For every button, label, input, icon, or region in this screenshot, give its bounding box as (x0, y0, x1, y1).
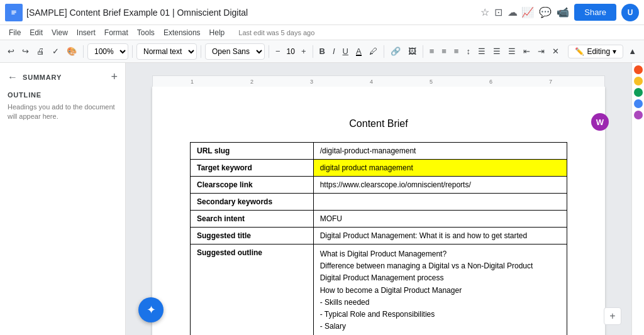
chart-icon[interactable]: 📈 (521, 6, 534, 18)
panel-dot-2[interactable] (634, 77, 643, 85)
numbered-list-button[interactable]: ☰ (506, 45, 518, 57)
table-row: URL slug/digital-product-management (191, 143, 567, 160)
row-label-5: Suggested title (191, 228, 314, 244)
spellcheck-button[interactable]: ✓ (50, 45, 62, 57)
align-right-button[interactable]: ≡ (452, 45, 462, 57)
floating-action-button[interactable]: ✦ (138, 297, 164, 322)
link-button[interactable]: 🔗 (388, 45, 403, 57)
row-label-1: Target keyword (191, 160, 314, 177)
svg-rect-1 (11, 11, 16, 11)
panel-dot-1[interactable] (634, 65, 643, 74)
separator-3 (201, 45, 201, 58)
top-right-actions: 📈 💬 📹 Share U (521, 4, 639, 21)
folder-icon[interactable]: ⊡ (494, 6, 502, 18)
back-button[interactable]: ← (8, 72, 18, 83)
ruler-mark-7: 7 (549, 79, 552, 85)
table-body: URL slug/digital-product-managementTarge… (191, 143, 567, 336)
separator-7 (423, 45, 423, 58)
paintformat-button[interactable]: 🎨 (64, 45, 79, 57)
separator-2 (132, 45, 133, 58)
document-page: Content Brief W URL slug/digital-product… (152, 87, 605, 335)
row-label-4: Search intent (191, 211, 314, 228)
menu-tools[interactable]: Tools (133, 27, 158, 38)
svg-rect-3 (11, 13, 14, 14)
separator-4 (269, 45, 269, 58)
font-select[interactable]: Open Sans (205, 43, 265, 60)
separator-5 (313, 45, 313, 58)
checklist-button[interactable]: ☰ (475, 45, 488, 57)
cloud-icon[interactable]: ☁ (508, 6, 518, 18)
outline-label: OUTLINE (8, 91, 118, 99)
table-row: Suggested outlineWhat is Digital Product… (191, 244, 567, 336)
menu-file[interactable]: File (5, 27, 25, 38)
pencil-icon: ✏️ (575, 47, 584, 56)
menu-insert[interactable]: Insert (73, 27, 99, 38)
align-center-button[interactable]: ≡ (439, 45, 449, 57)
menu-format[interactable]: Format (101, 27, 132, 38)
table-row: Clearscope linkhttps://www.clearscope.io… (191, 177, 567, 194)
row-value-5: Digital Product Management: What it is a… (313, 228, 567, 244)
document-area[interactable]: 1 2 3 4 5 6 7 Content Brief W URL slug/d… (126, 63, 631, 335)
right-panel (631, 63, 644, 335)
menu-view[interactable]: View (48, 27, 72, 38)
row-label-3: Secondary keywords (191, 194, 314, 211)
underline-button[interactable]: U (340, 45, 351, 57)
menu-bar: File Edit View Insert Format Tools Exten… (0, 25, 644, 40)
table-row: Secondary keywords (191, 194, 567, 211)
summary-label: SUMMARY (23, 74, 111, 81)
font-size-decrease[interactable]: − (273, 45, 283, 57)
italic-button[interactable]: I (330, 45, 338, 57)
add-page-button[interactable]: + (604, 307, 621, 325)
ruler-mark-3: 3 (310, 79, 313, 85)
row-value-4: MOFU (313, 211, 567, 228)
menu-extensions[interactable]: Extensions (160, 27, 204, 38)
panel-dot-5[interactable] (634, 111, 643, 119)
dropdown-icon: ▾ (613, 47, 616, 56)
comment-icon[interactable]: 💬 (539, 6, 552, 18)
text-color-button[interactable]: A (353, 45, 364, 57)
table-row: Suggested titleDigital Product Managemen… (191, 228, 567, 244)
table-row: Search intentMOFU (191, 211, 567, 228)
zoom-select[interactable]: 100% (87, 43, 128, 60)
menu-edit[interactable]: Edit (26, 27, 47, 38)
app-icon (5, 4, 23, 21)
row-value-2: https://www.clearscope.io/omniscient/rep… (313, 177, 567, 194)
align-left-button[interactable]: ≡ (427, 45, 437, 57)
row-value-3 (313, 194, 567, 211)
star-icon[interactable]: ☆ (480, 6, 489, 18)
indent-decrease-button[interactable]: ⇤ (521, 45, 533, 57)
editing-label: Editing (587, 47, 610, 56)
line-spacing-button[interactable]: ↕ (464, 45, 473, 57)
bold-button[interactable]: B (317, 45, 328, 57)
print-button[interactable]: 🖨 (34, 45, 47, 57)
top-bar: [SAMPLE] Content Brief Example 01 | Omni… (0, 0, 644, 25)
ruler-mark-1: 1 (191, 79, 194, 85)
indent-increase-button[interactable]: ⇥ (535, 45, 547, 57)
row-value-6: What is Digital Product Management?Diffe… (313, 244, 567, 336)
collaborator-avatar: W (591, 113, 609, 131)
image-button[interactable]: 🖼 (406, 45, 419, 57)
sidebar-header: ← SUMMARY + (8, 70, 118, 84)
menu-help[interactable]: Help (206, 27, 229, 38)
panel-dot-4[interactable] (634, 99, 643, 108)
panel-dot-3[interactable] (634, 88, 643, 97)
add-button[interactable]: + (111, 70, 118, 84)
meet-icon[interactable]: 📹 (557, 6, 569, 18)
bullet-list-button[interactable]: ☰ (491, 45, 503, 57)
share-button[interactable]: Share (574, 4, 616, 21)
document-title: [SAMPLE] Content Brief Example 01 | Omni… (26, 8, 477, 18)
clear-format-button[interactable]: ✕ (550, 45, 562, 57)
editing-mode-button[interactable]: ✏️ Editing ▾ (568, 45, 623, 58)
ruler: 1 2 3 4 5 6 7 (152, 75, 605, 87)
redo-button[interactable]: ↪ (19, 45, 31, 57)
style-select[interactable]: Normal text (136, 43, 197, 60)
toolbar: ↩ ↪ 🖨 ✓ 🎨 100% Normal text Open Sans − 1… (0, 40, 644, 63)
highlight-button[interactable]: 🖊 (367, 45, 380, 57)
collapse-button[interactable]: ▲ (626, 45, 639, 57)
font-size-increase[interactable]: + (299, 45, 309, 57)
last-edit: Last edit was 5 days ago (235, 28, 318, 38)
svg-rect-2 (11, 12, 16, 13)
main-content: ← SUMMARY + OUTLINE Headings you add to … (0, 63, 644, 335)
undo-button[interactable]: ↩ (5, 45, 17, 57)
content-brief-table: URL slug/digital-product-managementTarge… (190, 142, 567, 335)
